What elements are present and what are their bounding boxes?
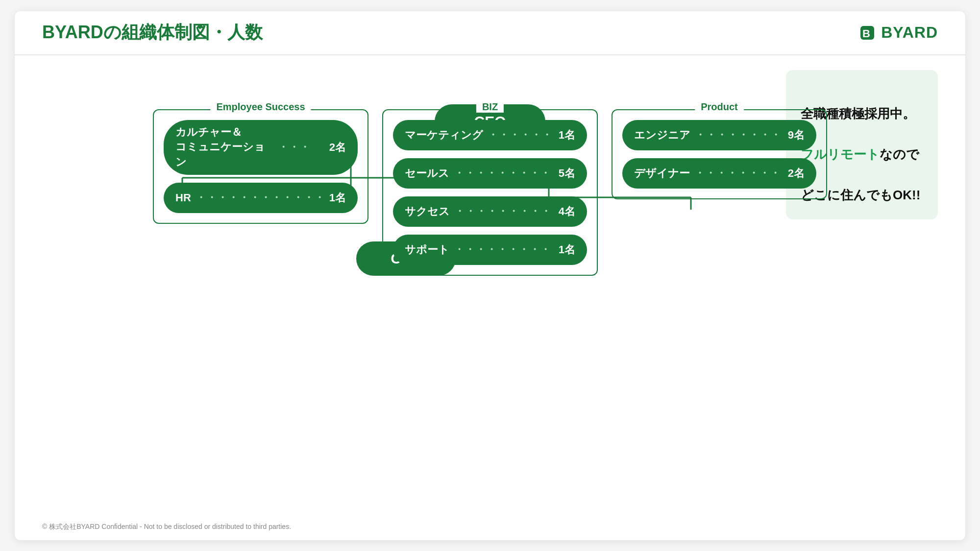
dept-items-product: エンジニア ・・・・・・・・・・・・ 9名 デザイナー ・・・・・・・・・・・・… [622,120,816,189]
dept-items-biz: マーケティング ・・・・・・・・ 1名 セールス ・・・・・・・・・・・・・ 5… [393,120,587,265]
dept-item-marketing: マーケティング ・・・・・・・・ 1名 [393,120,587,150]
dept-product: Product エンジニア ・・・・・・・・・・・・ 9名 デザイナー ・・・・… [612,109,827,199]
dept-item-sales: セールス ・・・・・・・・・・・・・ 5名 [393,158,587,189]
dept-item-engineer: エンジニア ・・・・・・・・・・・・ 9名 [622,120,816,150]
dept-item-culture: カルチャー＆コミュニケーション ・・・ 2名 [164,120,358,175]
slide: BYARDの組織体制図・人数 B BYARD 全職種積極採用中。 フルリモートな… [15,11,965,540]
dept-items-employee-success: カルチャー＆コミュニケーション ・・・ 2名 HR ・・・・・・・・・・・・ 1… [164,120,358,213]
header: BYARDの組織体制図・人数 B BYARD [15,11,965,55]
dept-item-support: サポート ・・・・・・・・・・・・・・・ 1名 [393,235,587,265]
logo: B BYARD [858,24,938,42]
dept-item-success: サクセス ・・・・・・・・・・・・・・・ 4名 [393,196,587,227]
dept-label-product: Product [695,101,744,113]
logo-icon: B [858,24,876,42]
dept-item-hr: HR ・・・・・・・・・・・・ 1名 [164,183,358,213]
departments-container: Employee Success カルチャー＆コミュニケーション ・・・ 2名 … [15,109,965,276]
svg-text:B: B [862,27,870,40]
page-title: BYARDの組織体制図・人数 [42,21,263,45]
dept-item-designer: デザイナー ・・・・・・・・・・・・ 2名 [622,158,816,189]
dept-employee-success: Employee Success カルチャー＆コミュニケーション ・・・ 2名 … [153,109,368,224]
footer: © 株式会社BYARD Confidential - Not to be dis… [42,523,291,531]
dept-label-biz: BIZ [476,101,504,113]
dept-biz: BIZ マーケティング ・・・・・・・・ 1名 セールス ・・・・・・・・・・・… [382,109,598,276]
dept-label-employee-success: Employee Success [210,101,311,113]
logo-text: BYARD [881,24,938,42]
